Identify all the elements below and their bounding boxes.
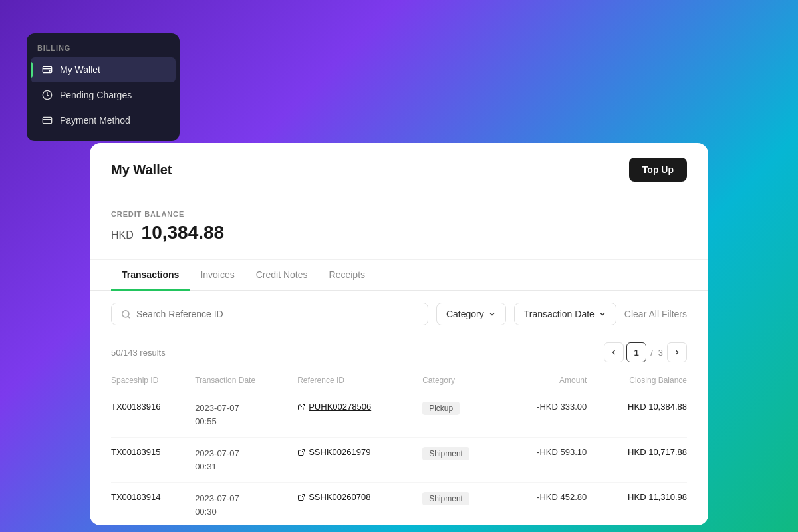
- table-row: TX00183914 2023-07-0700:30 SSHK00260708 …: [111, 483, 687, 526]
- cell-reference-id: SSHK00261979: [297, 438, 422, 483]
- reference-link[interactable]: SSHK00261979: [297, 447, 422, 457]
- credit-label: CREDIT BALANCE: [111, 210, 687, 218]
- col-transaction-date: Transaction Date: [195, 370, 297, 392]
- cell-reference-id: SSHK00260708: [297, 483, 422, 526]
- svg-line-7: [301, 494, 305, 498]
- svg-rect-0: [43, 66, 51, 72]
- search-icon: [121, 309, 131, 319]
- sidebar-pending-charges-label: Pending Charges: [60, 90, 132, 100]
- chevron-left-icon: [610, 348, 618, 356]
- sidebar-item-pending-charges[interactable]: Pending Charges: [31, 82, 176, 108]
- cell-category: Shipment: [422, 483, 502, 526]
- sidebar-payment-method-label: Payment Method: [60, 115, 130, 126]
- tab-receipts[interactable]: Receipts: [319, 260, 376, 291]
- cell-amount: -HKD 452.80: [502, 483, 587, 526]
- pagination: 1 / 3: [604, 342, 687, 362]
- cell-spaceship-id: TX00183914: [111, 483, 195, 526]
- filters-row: Category Transaction Date Clear All Filt…: [90, 291, 708, 337]
- col-amount: Amount: [502, 370, 587, 392]
- col-reference-id: Reference ID: [297, 370, 422, 392]
- cell-category: Shipment: [422, 438, 502, 483]
- table-row: TX00183916 2023-07-0700:55 PUHK00278506 …: [111, 392, 687, 438]
- credit-balance-section: CREDIT BALANCE HKD 10,384.88: [90, 194, 708, 260]
- search-input[interactable]: [136, 309, 418, 319]
- svg-line-6: [301, 449, 305, 453]
- col-spaceship-id: Spaceship ID: [111, 370, 195, 392]
- payment-method-icon: [41, 114, 53, 126]
- transaction-date-dropdown-icon: [598, 310, 606, 318]
- tab-transactions[interactable]: Transactions: [111, 260, 190, 291]
- cell-closing-balance: HKD 10,717.88: [587, 438, 687, 483]
- sidebar-menu: BILLING My Wallet Pending Charges: [27, 33, 180, 141]
- cell-closing-balance: HKD 10,384.88: [587, 392, 687, 438]
- table-meta-row: 50/143 results 1 / 3: [111, 337, 687, 370]
- category-filter-label: Category: [446, 309, 484, 319]
- col-closing-balance: Closing Balance: [587, 370, 687, 392]
- table-row: TX00183915 2023-07-0700:31 SSHK00261979 …: [111, 438, 687, 483]
- category-badge: Shipment: [422, 447, 469, 460]
- svg-line-5: [301, 404, 305, 408]
- cell-amount: -HKD 593.10: [502, 438, 587, 483]
- category-badge: Shipment: [422, 492, 469, 505]
- svg-rect-3: [43, 117, 51, 123]
- pending-charges-icon: [41, 89, 53, 101]
- pagination-total: 3: [657, 348, 664, 358]
- cell-closing-balance: HKD 11,310.98: [587, 483, 687, 526]
- tabs-bar: Transactions Invoices Credit Notes Recei…: [90, 260, 708, 291]
- category-filter-button[interactable]: Category: [436, 303, 506, 325]
- external-link-icon: [297, 493, 305, 501]
- category-badge: Pickup: [422, 402, 460, 415]
- cell-transaction-date: 2023-07-0700:30: [195, 483, 297, 526]
- credit-amount: HKD 10,384.88: [111, 222, 687, 243]
- active-indicator: [31, 62, 33, 78]
- cell-category: Pickup: [422, 392, 502, 438]
- reference-link[interactable]: PUHK00278506: [297, 402, 422, 412]
- pagination-separator: /: [649, 348, 654, 358]
- tab-credit-notes[interactable]: Credit Notes: [245, 260, 319, 291]
- wallet-icon: [41, 64, 53, 76]
- transaction-date-filter-label: Transaction Date: [524, 309, 595, 319]
- clear-all-filters-button[interactable]: Clear All Filters: [624, 309, 687, 319]
- svg-rect-1: [49, 70, 51, 72]
- credit-value: 10,384.88: [142, 222, 225, 243]
- credit-currency: HKD: [111, 229, 134, 241]
- search-box: [111, 303, 428, 325]
- cell-spaceship-id: TX00183915: [111, 438, 195, 483]
- cell-transaction-date: 2023-07-0700:55: [195, 392, 297, 438]
- cell-spaceship-id: TX00183916: [111, 392, 195, 438]
- chevron-right-icon: [673, 348, 681, 356]
- cell-amount: -HKD 333.00: [502, 392, 587, 438]
- pagination-next-button[interactable]: [667, 342, 687, 362]
- transactions-table: Spaceship ID Transaction Date Reference …: [111, 370, 687, 525]
- cell-transaction-date: 2023-07-0700:31: [195, 438, 297, 483]
- tab-invoices[interactable]: Invoices: [190, 260, 245, 291]
- external-link-icon: [297, 403, 305, 411]
- col-category: Category: [422, 370, 502, 392]
- sidebar-item-my-wallet[interactable]: My Wallet: [31, 57, 176, 82]
- sidebar-section-label: BILLING: [27, 41, 180, 57]
- sidebar-my-wallet-label: My Wallet: [60, 65, 100, 75]
- sidebar-item-payment-method[interactable]: Payment Method: [31, 108, 176, 133]
- reference-link[interactable]: SSHK00260708: [297, 492, 422, 502]
- results-count: 50/143 results: [111, 348, 166, 358]
- external-link-icon: [297, 448, 305, 456]
- svg-point-4: [122, 310, 129, 317]
- pagination-current-page: 1: [626, 342, 646, 362]
- pagination-prev-button[interactable]: [604, 342, 624, 362]
- main-card: My Wallet Top Up CREDIT BALANCE HKD 10,3…: [90, 143, 708, 525]
- transaction-date-filter-button[interactable]: Transaction Date: [514, 303, 616, 325]
- card-header: My Wallet Top Up: [90, 143, 708, 194]
- page-title: My Wallet: [111, 162, 172, 178]
- table-section: 50/143 results 1 / 3: [90, 337, 708, 525]
- category-dropdown-icon: [488, 310, 496, 318]
- topup-button[interactable]: Top Up: [629, 158, 687, 182]
- cell-reference-id: PUHK00278506: [297, 392, 422, 438]
